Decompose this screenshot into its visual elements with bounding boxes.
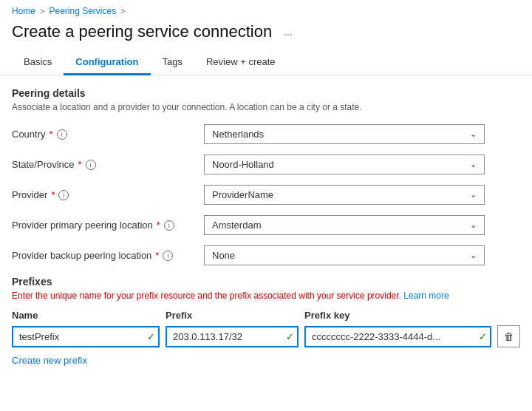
provider-dropdown-btn[interactable]: ProviderName ⌄ — [204, 185, 485, 205]
primary-location-required: * — [157, 220, 160, 231]
tab-configuration[interactable]: Configuration — [64, 50, 150, 75]
breadcrumb-peering-services[interactable]: Peering Services — [49, 6, 116, 16]
provider-label: Provider * i — [12, 189, 204, 200]
country-row: Country * i Netherlands ⌄ — [12, 124, 520, 144]
prefix-value-input[interactable] — [166, 326, 299, 347]
primary-location-row: Provider primary peering location * i Am… — [12, 215, 520, 235]
state-dropdown-arrow: ⌄ — [470, 160, 477, 169]
primary-location-dropdown-btn[interactable]: Amsterdam ⌄ — [204, 215, 485, 235]
prefix-row: ✓ ✓ ✓ 🗑 — [12, 325, 520, 347]
prefix-value-wrapper: ✓ — [166, 326, 299, 347]
learn-more-link[interactable]: Learn more — [403, 291, 449, 301]
prefix-key-wrapper: ✓ — [304, 326, 491, 347]
delete-prefix-button[interactable]: 🗑 — [497, 325, 520, 347]
page-title: Create a peering service connection — [12, 22, 272, 41]
prefix-name-wrapper: ✓ — [12, 326, 160, 347]
prefixes-section: Prefixes Enter the unique name for your … — [12, 276, 520, 366]
tabs-container: Basics Configuration Tags Review + creat… — [0, 50, 532, 75]
provider-dropdown-arrow: ⌄ — [470, 190, 477, 200]
country-dropdown-arrow: ⌄ — [470, 129, 477, 139]
col-name-header: Name — [12, 310, 160, 321]
country-value: Netherlands — [212, 129, 264, 140]
primary-location-dropdown[interactable]: Amsterdam ⌄ — [204, 215, 485, 235]
tab-tags[interactable]: Tags — [151, 50, 194, 75]
provider-dropdown[interactable]: ProviderName ⌄ — [204, 185, 485, 205]
backup-location-label: Provider backup peering location * i — [12, 250, 204, 261]
prefixes-desc: Enter the unique name for your prefix re… — [12, 291, 520, 301]
prefix-name-check-icon: ✓ — [147, 331, 155, 342]
prefix-key-check-icon: ✓ — [479, 331, 487, 342]
primary-location-info-icon[interactable]: i — [164, 220, 174, 231]
backup-location-dropdown[interactable]: None ⌄ — [204, 245, 485, 265]
prefix-name-input[interactable] — [12, 326, 160, 347]
country-dropdown[interactable]: Netherlands ⌄ — [204, 124, 485, 144]
state-dropdown-btn[interactable]: Noord-Holland ⌄ — [204, 154, 485, 174]
country-label: Country * i — [12, 129, 204, 140]
state-value: Noord-Holland — [212, 159, 274, 170]
country-info-icon[interactable]: i — [57, 129, 67, 140]
provider-required: * — [51, 189, 55, 200]
breadcrumb-home[interactable]: Home — [12, 6, 35, 16]
tab-basics[interactable]: Basics — [12, 50, 64, 75]
trash-icon: 🗑 — [504, 331, 514, 342]
col-prefix-header: Prefix — [166, 310, 299, 321]
state-required: * — [78, 159, 82, 170]
backup-location-dropdown-btn[interactable]: None ⌄ — [204, 245, 485, 265]
backup-location-value: None — [212, 250, 235, 261]
backup-location-required: * — [155, 250, 159, 261]
provider-info-icon[interactable]: i — [58, 190, 69, 200]
country-required: * — [50, 129, 53, 140]
prefix-table-header: Name Prefix Prefix key — [12, 310, 520, 321]
primary-location-value: Amsterdam — [212, 220, 261, 231]
content-area: Peering details Associate a location and… — [0, 75, 532, 378]
prefixes-title: Prefixes — [12, 276, 520, 288]
state-dropdown[interactable]: Noord-Holland ⌄ — [204, 154, 485, 174]
provider-value: ProviderName — [212, 189, 273, 200]
page-header: Create a peering service connection ... — [0, 19, 532, 50]
peering-details-desc: Associate a location and a provider to y… — [12, 102, 520, 112]
backup-location-info-icon[interactable]: i — [163, 251, 173, 261]
breadcrumb-sep2: > — [120, 7, 125, 16]
peering-details-title: Peering details — [12, 87, 520, 99]
backup-location-row: Provider backup peering location * i Non… — [12, 245, 520, 265]
col-key-header: Prefix key — [304, 310, 520, 321]
prefix-value-check-icon: ✓ — [286, 331, 294, 342]
create-new-prefix-link[interactable]: Create new prefix — [12, 355, 87, 366]
ellipsis-button[interactable]: ... — [279, 24, 297, 39]
tab-review-create[interactable]: Review + create — [194, 50, 287, 75]
country-dropdown-btn[interactable]: Netherlands ⌄ — [204, 124, 485, 144]
breadcrumb: Home > Peering Services > — [0, 0, 532, 19]
prefix-key-input[interactable] — [304, 326, 491, 347]
state-label: State/Province * i — [12, 159, 204, 170]
backup-location-dropdown-arrow: ⌄ — [470, 251, 477, 260]
primary-location-label: Provider primary peering location * i — [12, 220, 204, 231]
breadcrumb-sep1: > — [40, 7, 44, 16]
state-info-icon[interactable]: i — [86, 160, 96, 170]
state-row: State/Province * i Noord-Holland ⌄ — [12, 154, 520, 174]
primary-location-dropdown-arrow: ⌄ — [470, 220, 477, 230]
provider-row: Provider * i ProviderName ⌄ — [12, 185, 520, 205]
